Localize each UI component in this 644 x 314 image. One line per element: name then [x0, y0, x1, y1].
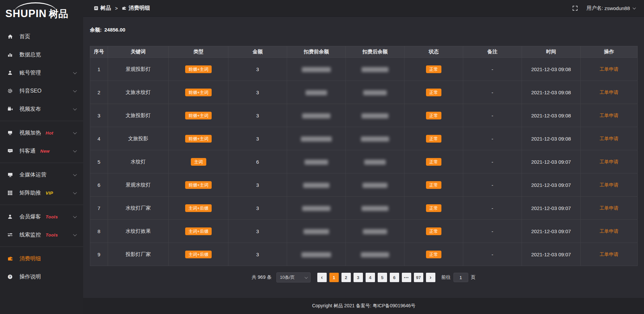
breadcrumb-item-树品[interactable]: 树品 — [94, 5, 111, 12]
masked-balance-after — [362, 113, 388, 118]
breadcrumb-separator: > — [115, 6, 118, 11]
cell-action: 工单申请 — [581, 220, 638, 243]
app-root: SHUPIN树品 首页数据总览账号管理抖音SEO视频发布视频加热Hot抖客通Ne… — [0, 0, 644, 314]
page-button-2[interactable]: 2 — [341, 273, 351, 282]
sidebar-item-线索监控[interactable]: 线索监控Tools — [0, 226, 83, 244]
column-header: 扣费前余额 — [287, 46, 346, 58]
cell-type: 前缀+主词 — [169, 173, 228, 197]
type-badge: 主词+后缀 — [185, 204, 212, 212]
sidebar-item-抖客通[interactable]: 抖客通New — [0, 142, 83, 160]
work-order-link[interactable]: 工单申请 — [600, 205, 619, 211]
work-order-link[interactable]: 工单申请 — [600, 66, 619, 72]
sidebar-item-账号管理[interactable]: 账号管理 — [0, 64, 83, 82]
cell-index: 7 — [90, 197, 108, 220]
page-button-1[interactable]: 1 — [329, 273, 339, 282]
work-order-link[interactable]: 工单申请 — [600, 252, 619, 257]
topbar: 树品>消费明细 用户名: zswodun88 — [83, 0, 644, 17]
page-size-select[interactable]: 10条/页 — [276, 272, 311, 282]
sidebar-item-视频加热[interactable]: 视频加热Hot — [0, 124, 83, 142]
status-badge: 正常 — [426, 112, 441, 119]
cell-amount: 3 — [228, 173, 287, 197]
table-row: 6景观水纹灯前缀+主词3正常-2021-12-03 09:07工单申请 — [90, 173, 638, 197]
sidebar-item-tag: Hot — [46, 130, 53, 136]
masked-balance-before — [303, 183, 329, 188]
cell-balance-after — [346, 127, 405, 150]
work-order-link[interactable]: 工单申请 — [600, 182, 619, 188]
sidebar-item-抖音SEO[interactable]: 抖音SEO — [0, 82, 83, 100]
work-order-link[interactable]: 工单申请 — [600, 113, 619, 118]
sidebar-item-消费明细[interactable]: 消费明细 — [0, 250, 83, 268]
bar-chart-icon — [7, 52, 14, 57]
sidebar-item-tag: Tools — [46, 232, 58, 238]
status-badge: 正常 — [426, 251, 441, 258]
column-header: 备注 — [463, 46, 522, 58]
sidebar-item-全媒体运营[interactable]: 全媒体运营 — [0, 166, 83, 184]
page-button-3[interactable]: 3 — [354, 273, 363, 282]
fullscreen-icon[interactable] — [572, 5, 578, 11]
grid-icon — [7, 190, 14, 196]
cell-balance-before — [287, 197, 346, 220]
table-row: 4文旅投影前缀+主词3正常-2021-12-03 09:08工单申请 — [90, 127, 638, 150]
cell-action: 工单申请 — [581, 150, 638, 173]
cell-type: 前缀+主词 — [169, 81, 228, 104]
work-order-link[interactable]: 工单申请 — [600, 136, 619, 141]
cell-keyword: 景观投影灯 — [108, 58, 169, 81]
page-button-5[interactable]: 5 — [378, 273, 387, 282]
type-badge: 前缀+主词 — [185, 65, 212, 73]
type-badge: 前缀+主词 — [185, 89, 212, 96]
screen-icon — [7, 130, 14, 136]
cell-action: 工单申请 — [581, 243, 638, 266]
status-badge: 正常 — [426, 135, 441, 143]
pagination: 共 969 条10条/页‹123456•••97›前往页 — [90, 272, 637, 282]
cell-time: 2021-12-03 09:08 — [522, 127, 581, 150]
page-button-4[interactable]: 4 — [366, 273, 375, 282]
user-menu[interactable]: 用户名: zswodun88 — [587, 5, 635, 11]
goto-page-input[interactable] — [453, 273, 468, 282]
table-row: 3文旅投影灯前缀+主词3正常-2021-12-03 09:08工单申请 — [90, 104, 638, 127]
right-column: 树品>消费明细 用户名: zswodun88 余额:24856.00 — [83, 0, 644, 314]
work-order-link[interactable]: 工单申请 — [600, 159, 619, 164]
total-count: 共 969 条 — [252, 274, 271, 280]
balance-value: 24856.00 — [104, 27, 125, 33]
cell-balance-after — [346, 197, 405, 220]
page-button-97[interactable]: 97 — [414, 273, 423, 282]
cell-action: 工单申请 — [581, 104, 638, 127]
sidebar-item-label: 线索监控 — [19, 231, 41, 239]
username-value: zswodun88 — [604, 5, 630, 11]
prev-page-button[interactable]: ‹ — [317, 273, 327, 282]
cell-remark: - — [463, 173, 522, 197]
sidebar-item-label: 会员爆客 — [19, 213, 41, 220]
cell-status: 正常 — [405, 243, 463, 266]
sidebar-item-视频发布[interactable]: 视频发布 — [0, 100, 83, 118]
page-ellipsis-button[interactable]: ••• — [402, 273, 411, 282]
goto-label: 前往 — [441, 274, 451, 280]
cell-amount: 3 — [228, 243, 287, 266]
sidebar-item-首页[interactable]: 首页 — [0, 28, 83, 46]
sidebar-item-label: 操作说明 — [19, 273, 41, 280]
next-page-button[interactable]: › — [426, 273, 435, 282]
user-icon — [7, 70, 14, 75]
masked-balance-before — [304, 229, 329, 234]
cell-index: 6 — [90, 173, 108, 197]
page-button-6[interactable]: 6 — [390, 273, 399, 282]
table-body: 1景观投影灯前缀+主词3正常-2021-12-03 09:08工单申请2文旅水纹… — [90, 58, 638, 266]
table-header: 序号关键词类型金额扣费前余额扣费后余额状态备注时间操作 — [90, 46, 638, 58]
app-icon — [94, 6, 98, 10]
work-order-link[interactable]: 工单申请 — [600, 228, 619, 234]
cell-keyword: 水纹灯效果 — [108, 220, 169, 243]
breadcrumb-item-消费明细[interactable]: 消费明细 — [122, 5, 150, 12]
cell-keyword: 水纹灯厂家 — [108, 197, 169, 220]
work-order-link[interactable]: 工单申请 — [600, 90, 619, 95]
chat-icon — [7, 148, 14, 154]
logo[interactable]: SHUPIN树品 — [0, 0, 83, 24]
wallet-icon — [122, 6, 126, 10]
cell-amount: 3 — [228, 127, 287, 150]
sidebar-item-数据总览[interactable]: 数据总览 — [0, 46, 83, 64]
cell-keyword: 文旅投影灯 — [108, 104, 169, 127]
sidebar-item-矩阵助推[interactable]: 矩阵助推VIP — [0, 184, 83, 202]
sliders-icon — [7, 232, 14, 238]
cell-index: 3 — [90, 104, 108, 127]
sidebar-item-会员爆客[interactable]: 会员爆客Tools — [0, 208, 83, 226]
cell-index: 2 — [90, 81, 108, 104]
sidebar-item-操作说明[interactable]: ?操作说明 — [0, 268, 83, 286]
